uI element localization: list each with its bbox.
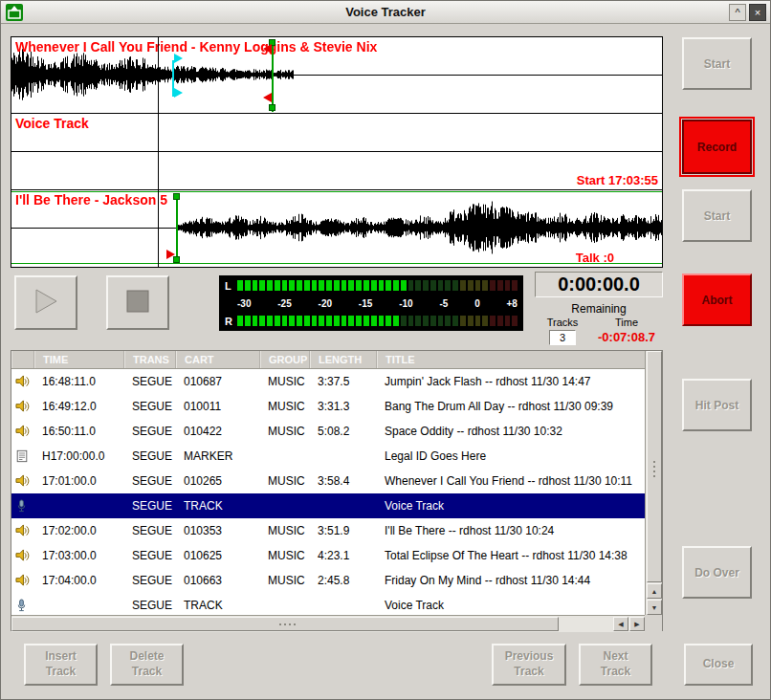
table-row[interactable]: 17:02:00.0SEGUE010353MUSIC3:51.9I'll Be … — [11, 518, 646, 543]
track-start-marker-line[interactable] — [176, 193, 178, 264]
cell-group: MUSIC — [260, 425, 310, 438]
abort-button[interactable]: Abort — [682, 273, 752, 326]
track1-panel[interactable]: Whenever I Call You Friend - Kenny Loggi… — [11, 37, 662, 114]
cell-time: 16:48:11.0 — [34, 375, 124, 388]
titlebar[interactable]: Voice Tracker ^ × — [1, 1, 770, 24]
record-button[interactable]: Record — [682, 120, 752, 174]
cell-trans: SEGUE — [124, 574, 176, 587]
column-header-trans[interactable]: TRANS — [124, 351, 176, 368]
waveform-editor[interactable]: Whenever I Call You Friend - Kenny Loggi… — [11, 36, 663, 268]
fade-marker-top-icon[interactable] — [174, 54, 183, 63]
cell-cart: 010265 — [176, 474, 260, 488]
scroll-right-button[interactable]: ▶ — [629, 617, 645, 631]
close-window-button[interactable]: × — [749, 4, 766, 21]
cell-time: 16:50:11.0 — [34, 425, 124, 438]
column-header-title[interactable]: TITLE — [377, 351, 646, 368]
table-row[interactable]: 17:04:00.0SEGUE010663MUSIC2:45.8Friday O… — [11, 568, 646, 593]
cell-trans: SEGUE — [124, 474, 176, 488]
scroll-down-button[interactable]: ▼ — [647, 600, 662, 615]
cell-title: Jumpin' Jack Flash -- rdhost 11/30 14:47 — [377, 375, 646, 388]
cell-title: Voice Track — [377, 599, 646, 612]
segue-end-marker-line[interactable] — [272, 39, 274, 112]
track1-title: Whenever I Call You Friend - Kenny Loggi… — [15, 39, 377, 55]
cell-length: 3:31.3 — [310, 400, 377, 413]
remaining-label: Remaining — [535, 302, 663, 316]
stop-button[interactable] — [106, 275, 169, 330]
vertical-scrollbar-thumb[interactable] — [647, 351, 662, 582]
cell-trans: SEGUE — [124, 449, 176, 463]
table-row[interactable]: 16:48:11.0SEGUE010687MUSIC3:37.5Jumpin' … — [11, 369, 646, 394]
track2-panel[interactable]: Voice Track Start 17:03:55 — [11, 114, 662, 190]
table-row[interactable]: SEGUETRACKVoice Track — [11, 593, 646, 615]
playout-cursor-line[interactable] — [158, 37, 159, 267]
track3-baseline — [11, 228, 662, 229]
voice-tracker-window: Voice Tracker ^ × Whenever I Call You Fr… — [0, 0, 771, 700]
track3-panel[interactable]: I'll Be There - Jackson 5 Talk :0 — [11, 190, 662, 267]
column-header-time[interactable]: TIME — [34, 351, 124, 368]
cell-title: Space Oddity -- rdhost 11/30 10:32 — [377, 425, 646, 438]
table-row[interactable]: 16:50:11.0SEGUE010422MUSIC5:08.2Space Od… — [11, 419, 646, 444]
insert-track-button[interactable]: Insert Track — [24, 644, 98, 686]
track3-title: I'll Be There - Jackson 5 — [15, 192, 167, 208]
track-start-marker-icon[interactable] — [166, 250, 175, 259]
segue-marker-top-icon[interactable] — [263, 44, 272, 54]
start-time-label: Start 17:03:55 — [577, 173, 658, 187]
scroll-up-button[interactable]: ▲ — [647, 583, 662, 599]
segue-marker-bottom-icon[interactable] — [263, 93, 272, 102]
cell-group: MUSIC — [260, 400, 310, 413]
segue-end-bottom-handle[interactable] — [269, 104, 275, 111]
meter-right-label: R — [225, 316, 237, 327]
horizontal-scrollbar-thumb[interactable] — [11, 617, 559, 631]
stop-icon — [125, 289, 150, 317]
start-track3-button[interactable]: Start — [682, 189, 752, 242]
elapsed-time-display: 0:00:00.0 — [535, 272, 663, 297]
delete-track-button[interactable]: Delete Track — [110, 644, 184, 686]
time-label: Time — [615, 317, 638, 328]
cell-title: Bang The Drum All Day -- rdhost 11/30 09… — [377, 400, 646, 413]
track-start-top-handle[interactable] — [173, 193, 180, 200]
column-header-group[interactable]: GROUP — [260, 351, 310, 368]
column-header-cart[interactable]: CART — [176, 351, 260, 368]
cell-length: 3:37.5 — [310, 375, 377, 388]
table-row[interactable]: 17:03:00.0SEGUE010625MUSIC4:23.1Total Ec… — [11, 543, 646, 568]
speaker-icon — [11, 574, 34, 587]
table-row[interactable]: H17:00:00.0SEGUEMARKERLegal ID Goes Here — [11, 444, 646, 469]
start-track1-button[interactable]: Start — [682, 37, 752, 90]
note-icon — [11, 449, 34, 463]
time-remaining-value: -0:07:08.7 — [598, 330, 655, 344]
previous-track-button[interactable]: Previous Track — [492, 644, 566, 686]
column-header-length[interactable]: LENGTH — [310, 351, 377, 368]
cell-length: 5:08.2 — [310, 425, 377, 438]
table-row[interactable]: 16:49:12.0SEGUE010011MUSIC3:31.3Bang The… — [11, 394, 646, 419]
tracks-label: Tracks — [547, 317, 579, 328]
do-over-button[interactable]: Do Over — [682, 546, 752, 599]
next-track-button[interactable]: Next Track — [579, 644, 652, 686]
shade-button[interactable]: ^ — [729, 4, 746, 21]
cell-cart: 010011 — [176, 400, 260, 413]
meter-left-segments — [237, 280, 518, 291]
cell-group: MUSIC — [260, 574, 310, 587]
close-button[interactable]: Close — [684, 644, 753, 686]
horizontal-scrollbar[interactable]: ◀ ▶ — [11, 615, 646, 632]
table-row[interactable]: SEGUETRACKVoice Track — [11, 493, 646, 518]
cell-length: 3:58.4 — [310, 474, 377, 488]
cell-length: 3:51.9 — [310, 524, 377, 537]
speaker-icon — [11, 425, 34, 438]
cell-time: 17:01:00.0 — [34, 474, 124, 488]
table-row[interactable]: 17:01:00.0SEGUE010265MUSIC3:58.4Whenever… — [11, 469, 646, 493]
cell-title: Legal ID Goes Here — [377, 449, 646, 463]
scroll-left-button[interactable]: ◀ — [613, 617, 628, 631]
cell-title: Voice Track — [377, 499, 646, 513]
vertical-scrollbar[interactable]: ▲ ▼ — [645, 351, 662, 615]
speaker-icon — [11, 375, 34, 388]
hit-post-button[interactable]: Hit Post — [682, 379, 752, 431]
column-header-icon[interactable] — [11, 351, 34, 368]
cell-trans: SEGUE — [124, 425, 176, 438]
mic-icon — [11, 499, 34, 514]
fade-marker-bottom-icon[interactable] — [174, 88, 183, 98]
play-button[interactable] — [14, 275, 77, 330]
window-title: Voice Tracker — [1, 1, 770, 24]
cell-trans: SEGUE — [124, 375, 176, 388]
cell-title: Total Eclipse Of The Heart -- rdhost 11/… — [377, 549, 646, 562]
cell-title: Whenever I Call You Friend -- rdhost 11/… — [377, 474, 646, 488]
